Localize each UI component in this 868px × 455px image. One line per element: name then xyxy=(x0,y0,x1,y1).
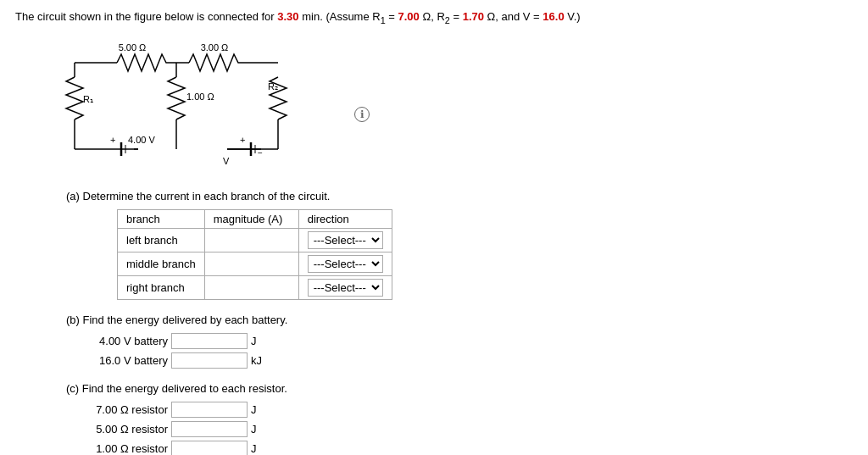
circuit-svg: 5.00 Ω 3.00 Ω R₂ R₁ 1.00 Ω + xyxy=(41,39,312,175)
info-icon[interactable]: ℹ xyxy=(346,107,370,175)
part-b-row-1: 16.0 V batterykJ xyxy=(66,352,853,369)
part-c-label-0: 7.00 Ω resistor xyxy=(66,403,168,416)
part-c-row-0: 7.00 Ω resistorJ xyxy=(66,402,853,418)
part-c-input-1[interactable] xyxy=(171,421,248,437)
part-c-input-2[interactable] xyxy=(171,441,248,455)
problem-header: The circuit shown in the figure below is… xyxy=(15,10,853,25)
part-b-label: (b) Find the energy delivered by each ba… xyxy=(66,314,853,326)
magnitude-cell-2 xyxy=(204,275,298,299)
branch-label-0: left branch xyxy=(118,228,205,252)
part-c-row-2: 1.00 Ω resistorJ xyxy=(66,441,853,455)
part-b-unit-1: kJ xyxy=(251,354,262,367)
svg-text:−: − xyxy=(258,148,263,158)
part-c-unit-0: J xyxy=(251,403,257,416)
r1-eq: = xyxy=(386,10,398,23)
part-b-input-1[interactable] xyxy=(171,352,248,369)
direction-cell-1: ---Select---left to rightright to leftup… xyxy=(298,252,392,275)
part-c-input-0[interactable] xyxy=(171,402,248,418)
v-val: 16.0 xyxy=(542,10,564,23)
part-c-label-2: 1.00 Ω resistor xyxy=(66,442,168,455)
part-b-unit-0: J xyxy=(251,335,257,347)
r1-label: R₁ xyxy=(83,94,93,104)
header-text-before: The circuit shown in the figure below is… xyxy=(15,10,277,23)
magnitude-cell-0 xyxy=(204,228,298,252)
svg-text:+: + xyxy=(110,135,115,145)
col-direction-header: direction xyxy=(298,209,392,228)
time-value: 3.30 xyxy=(277,10,298,23)
magnitude-cell-1 xyxy=(204,252,298,275)
part-a-label: (a) Determine the current in each branch… xyxy=(66,190,853,203)
direction-cell-2: ---Select---left to rightright to leftup… xyxy=(298,275,392,299)
direction-select-2[interactable]: ---Select---left to rightright to leftup… xyxy=(308,279,383,297)
svg-text:4.00 V: 4.00 V xyxy=(128,135,155,145)
v-unit: V.) xyxy=(565,10,581,23)
part-b-row-0: 4.00 V batteryJ xyxy=(66,333,853,349)
branch-table: branch magnitude (A) direction left bran… xyxy=(117,209,392,300)
r3-label: 3.00 Ω xyxy=(201,42,229,53)
svg-text:+: + xyxy=(240,135,245,145)
circuit-diagram: 5.00 Ω 3.00 Ω R₂ R₁ 1.00 Ω + xyxy=(41,39,312,175)
branch-label-2: right branch xyxy=(118,275,205,299)
magnitude-input-0[interactable] xyxy=(214,234,290,247)
branch-label-1: middle branch xyxy=(118,252,205,275)
part-b-input-0[interactable] xyxy=(171,333,248,349)
circuit-container: 5.00 Ω 3.00 Ω R₂ R₁ 1.00 Ω + xyxy=(41,39,853,175)
r1-unit: Ω, R xyxy=(420,10,445,23)
direction-select-1[interactable]: ---Select---left to rightright to leftup… xyxy=(308,255,383,273)
part-b-label-0: 4.00 V battery xyxy=(66,335,168,347)
table-row: middle branch---Select---left to rightri… xyxy=(118,252,392,275)
part-b-label-1: 16.0 V battery xyxy=(66,354,168,367)
svg-text:V: V xyxy=(223,156,230,166)
part-c-unit-1: J xyxy=(251,423,257,436)
r1-val: 7.00 xyxy=(398,10,420,23)
magnitude-input-2[interactable] xyxy=(214,281,290,294)
magnitude-input-1[interactable] xyxy=(214,258,290,270)
table-row: right branch---Select---left to rightrig… xyxy=(118,275,392,299)
r2-eq: = xyxy=(450,10,463,23)
table-row: left branch---Select---left to rightrigh… xyxy=(118,228,392,252)
direction-select-0[interactable]: ---Select---left to rightright to leftup… xyxy=(308,231,383,249)
col-magnitude-header: magnitude (A) xyxy=(204,209,298,228)
part-a-section: (a) Determine the current in each branch… xyxy=(66,190,853,300)
part-c-label-1: 5.00 Ω resistor xyxy=(66,423,168,436)
part-c-section: (c) Find the energy delivered to each re… xyxy=(66,382,853,455)
part-c-unit-2: J xyxy=(251,442,257,455)
part-c-label: (c) Find the energy delivered to each re… xyxy=(66,382,853,395)
header-time-unit: min. (Assume R xyxy=(299,10,381,23)
part-b-section: (b) Find the energy delivered by each ba… xyxy=(66,314,853,369)
direction-cell-0: ---Select---left to rightright to leftup… xyxy=(298,228,392,252)
r5-label: 5.00 Ω xyxy=(119,42,147,53)
col-branch-header: branch xyxy=(118,209,205,228)
r2-unit: Ω, and V = xyxy=(484,10,542,23)
part-c-row-1: 5.00 Ω resistorJ xyxy=(66,421,853,437)
r1ohm-label: 1.00 Ω xyxy=(186,92,214,102)
r2-val: 1.70 xyxy=(463,10,484,23)
info-symbol: ℹ xyxy=(354,107,370,122)
